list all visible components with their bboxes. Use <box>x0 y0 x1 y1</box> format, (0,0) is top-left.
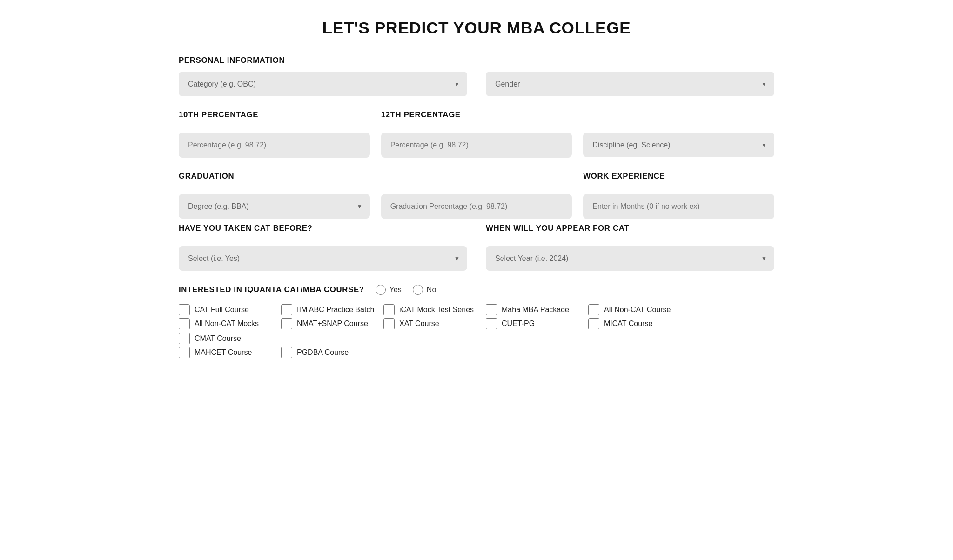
course-cat-full[interactable]: CAT Full Course <box>179 304 281 315</box>
interested-no-input[interactable] <box>413 285 423 295</box>
tenth-label: 10TH PERCENTAGE <box>179 110 370 120</box>
course-maha-mba[interactable]: Maha MBA Package <box>486 304 588 315</box>
category-select-wrapper: Category (e.g. OBC) General OBC SC ST EW… <box>179 72 467 96</box>
graduation-percentage-input[interactable] <box>381 194 572 219</box>
course-cmat-checkbox[interactable] <box>179 333 190 344</box>
course-all-non-cat[interactable]: All Non-CAT Course <box>588 304 691 315</box>
course-pgdba-checkbox[interactable] <box>281 347 292 358</box>
course-all-non-cat-checkbox[interactable] <box>588 304 599 315</box>
course-cat-full-checkbox[interactable] <box>179 304 190 315</box>
tenth-twelfth-inputs: Discipline (eg. Science) Science Commerc… <box>179 133 774 158</box>
course-iim-abc-checkbox[interactable] <box>281 304 292 315</box>
category-select[interactable]: Category (e.g. OBC) General OBC SC ST EW… <box>179 72 467 96</box>
personal-information-section: PERSONAL INFORMATION Category (e.g. OBC)… <box>179 56 774 96</box>
work-experience-input[interactable] <box>583 194 774 219</box>
interested-row: INTERESTED IN IQUANTA CAT/MBA COURSE? Ye… <box>179 285 774 295</box>
personal-information-inputs: Category (e.g. OBC) General OBC SC ST EW… <box>179 72 774 96</box>
course-xat-checkbox[interactable] <box>383 318 395 329</box>
course-maha-mba-checkbox[interactable] <box>486 304 497 315</box>
courses-row-1: CAT Full Course IIM ABC Practice Batch i… <box>179 304 774 315</box>
discipline-select-wrapper: Discipline (eg. Science) Science Commerc… <box>583 133 774 158</box>
cat-section-inputs: Select (i.e. Yes) Yes No Select Year (i.… <box>179 246 774 271</box>
course-nmat-snap-label: NMAT+SNAP Course <box>297 320 368 328</box>
course-micat-checkbox[interactable] <box>588 318 599 329</box>
cat-before-select[interactable]: Select (i.e. Yes) Yes No <box>179 246 467 271</box>
course-iim-abc[interactable]: IIM ABC Practice Batch <box>281 304 383 315</box>
interested-section: INTERESTED IN IQUANTA CAT/MBA COURSE? Ye… <box>179 285 774 358</box>
course-all-non-cat-mocks-label: All Non-CAT Mocks <box>195 320 259 328</box>
cat-year-label: WHEN WILL YOU APPEAR FOR CAT <box>486 224 774 233</box>
course-mahcet-label: MAHCET Course <box>195 348 252 357</box>
course-iim-abc-label: IIM ABC Practice Batch <box>297 306 374 314</box>
interested-no-label: No <box>427 286 436 294</box>
cat-year-select[interactable]: Select Year (i.e. 2024) 2024 2025 2026 <box>486 246 774 271</box>
course-maha-mba-label: Maha MBA Package <box>502 306 569 314</box>
grad-work-labels-row: GRADUATION WORK EXPERIENCE <box>179 172 774 187</box>
interested-yes-label: Yes <box>389 286 402 294</box>
course-mahcet-checkbox[interactable] <box>179 347 190 358</box>
course-icat-mock-checkbox[interactable] <box>383 304 395 315</box>
course-cuet-pg[interactable]: CUET-PG <box>486 318 588 329</box>
degree-select-wrapper: Degree (e.g. BBA) BBA B.Tech B.Com B.Sc … <box>179 194 370 219</box>
course-cmat-label: CMAT Course <box>195 334 241 343</box>
course-micat-label: MICAT Course <box>604 320 652 328</box>
cat-before-select-wrapper: Select (i.e. Yes) Yes No <box>179 246 467 271</box>
course-all-non-cat-mocks[interactable]: All Non-CAT Mocks <box>179 318 281 329</box>
course-all-non-cat-label: All Non-CAT Course <box>604 306 671 314</box>
course-pgdba-label: PGDBA Course <box>297 348 349 357</box>
twelfth-label: 12TH PERCENTAGE <box>381 110 572 120</box>
course-cuet-pg-label: CUET-PG <box>502 320 535 328</box>
course-xat-label: XAT Course <box>399 320 439 328</box>
courses-row-3: MAHCET Course PGDBA Course <box>179 347 774 358</box>
course-nmat-snap[interactable]: NMAT+SNAP Course <box>281 318 383 329</box>
work-experience-label: WORK EXPERIENCE <box>583 172 774 181</box>
grad-work-inputs: Degree (e.g. BBA) BBA B.Tech B.Com B.Sc … <box>179 194 774 219</box>
interested-label: INTERESTED IN IQUANTA CAT/MBA COURSE? <box>179 285 364 294</box>
course-micat[interactable]: MICAT Course <box>588 318 691 329</box>
cat-before-label: HAVE YOU TAKEN CAT BEFORE? <box>179 224 467 233</box>
course-cmat[interactable]: CMAT Course <box>179 333 281 344</box>
course-mahcet[interactable]: MAHCET Course <box>179 347 281 358</box>
gender-select[interactable]: Gender Male Female Other <box>486 72 774 96</box>
interested-no-radio[interactable]: No <box>413 285 436 295</box>
cat-section-labels: HAVE YOU TAKEN CAT BEFORE? WHEN WILL YOU… <box>179 224 774 240</box>
course-cat-full-label: CAT Full Course <box>195 306 249 314</box>
gender-select-wrapper: Gender Male Female Other <box>486 72 774 96</box>
course-pgdba[interactable]: PGDBA Course <box>281 347 383 358</box>
personal-information-label: PERSONAL INFORMATION <box>179 56 774 65</box>
interested-yes-radio[interactable]: Yes <box>376 285 402 295</box>
course-cuet-pg-checkbox[interactable] <box>486 318 497 329</box>
tenth-twelfth-labels: 10TH PERCENTAGE 12TH PERCENTAGE <box>179 110 774 126</box>
discipline-select[interactable]: Discipline (eg. Science) Science Commerc… <box>583 133 774 157</box>
interested-yes-input[interactable] <box>376 285 386 295</box>
course-xat[interactable]: XAT Course <box>383 318 486 329</box>
degree-select[interactable]: Degree (e.g. BBA) BBA B.Tech B.Com B.Sc … <box>179 194 370 219</box>
course-icat-mock[interactable]: iCAT Mock Test Series <box>383 304 486 315</box>
cat-year-select-wrapper: Select Year (i.e. 2024) 2024 2025 2026 <box>486 246 774 271</box>
courses-row-2: All Non-CAT Mocks NMAT+SNAP Course XAT C… <box>179 318 774 344</box>
twelfth-percentage-input[interactable] <box>381 133 572 158</box>
tenth-percentage-input[interactable] <box>179 133 370 158</box>
course-icat-mock-label: iCAT Mock Test Series <box>399 306 474 314</box>
graduation-label: GRADUATION <box>179 172 370 181</box>
course-all-non-cat-mocks-checkbox[interactable] <box>179 318 190 329</box>
page-title: LET'S PREDICT YOUR MBA COLLEGE <box>179 19 774 37</box>
course-nmat-snap-checkbox[interactable] <box>281 318 292 329</box>
